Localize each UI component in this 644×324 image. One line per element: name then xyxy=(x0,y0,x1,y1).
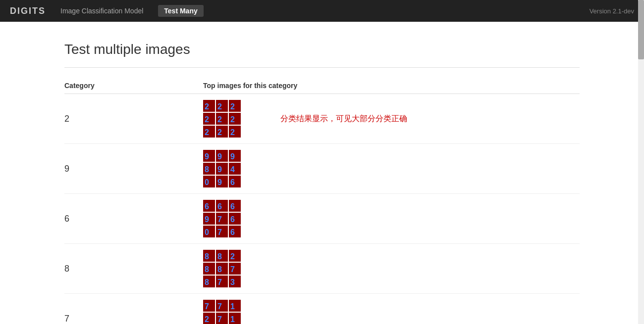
category-label: 6 xyxy=(64,194,203,244)
svg-text:2: 2 xyxy=(230,102,235,111)
digit-image: 7 xyxy=(229,263,241,275)
images-cell: 8 8 2 8 8 7 8 7 3 xyxy=(203,244,580,294)
digit-image: 7 xyxy=(216,300,228,312)
digit-image: 8 xyxy=(216,250,228,262)
digit-image: 8 xyxy=(203,276,215,287)
digit-image: 2 xyxy=(216,113,228,125)
svg-text:9: 9 xyxy=(217,152,222,161)
svg-text:9: 9 xyxy=(230,152,235,161)
svg-text:8: 8 xyxy=(205,265,209,274)
image-grid: 2 2 2 2 2 2 2 2 2 xyxy=(203,100,241,138)
digit-image: 6 xyxy=(216,200,228,212)
svg-text:7: 7 xyxy=(217,315,222,324)
navbar-version: Version 2.1-dev xyxy=(590,7,634,15)
category-label: 2 xyxy=(64,94,203,144)
table-row: 7 7 7 1 2 7 1 0 4 1 xyxy=(64,294,580,324)
digit-image: 7 xyxy=(216,276,228,287)
table-row: 8 8 8 2 8 8 7 8 7 3 xyxy=(64,244,580,294)
svg-text:8: 8 xyxy=(205,252,209,261)
digit-image: 8 xyxy=(216,263,228,275)
image-grid: 8 8 2 8 8 7 8 7 3 xyxy=(203,250,575,287)
svg-text:6: 6 xyxy=(205,202,209,211)
svg-text:9: 9 xyxy=(205,152,209,161)
svg-text:6: 6 xyxy=(230,228,235,236)
digit-image: 4 xyxy=(229,163,241,175)
digit-image: 8 xyxy=(203,263,215,275)
digit-image: 2 xyxy=(203,100,215,112)
digit-image: 2 xyxy=(203,313,215,324)
svg-text:6: 6 xyxy=(230,178,235,186)
navbar-left: DIGITS Image Classification Model Test M… xyxy=(10,5,204,17)
digit-image: 2 xyxy=(216,126,228,138)
digit-image: 9 xyxy=(203,150,215,162)
category-label: 8 xyxy=(64,244,203,294)
category-label: 9 xyxy=(64,144,203,194)
digit-image: 2 xyxy=(229,100,241,112)
digit-image: 9 xyxy=(229,150,241,162)
digit-image: 2 xyxy=(216,100,228,112)
svg-text:7: 7 xyxy=(205,302,209,311)
svg-text:7: 7 xyxy=(217,215,222,224)
digit-image: 3 xyxy=(229,276,241,287)
svg-text:7: 7 xyxy=(230,265,235,274)
svg-text:6: 6 xyxy=(217,202,222,211)
digit-image: 2 xyxy=(229,250,241,262)
digit-image: 1 xyxy=(229,300,241,312)
digit-image: 9 xyxy=(216,163,228,175)
svg-text:7: 7 xyxy=(217,228,222,236)
svg-text:1: 1 xyxy=(230,315,235,324)
digit-image: 2 xyxy=(229,126,241,138)
svg-text:6: 6 xyxy=(230,202,235,211)
digit-image: 6 xyxy=(229,176,241,187)
svg-text:2: 2 xyxy=(217,115,222,124)
svg-text:8: 8 xyxy=(205,278,209,286)
col-category-header: Category xyxy=(64,78,203,94)
digit-image: 6 xyxy=(229,213,241,225)
category-label: 7 xyxy=(64,294,203,324)
svg-text:9: 9 xyxy=(217,178,222,186)
table-row: 6 6 6 6 9 7 6 0 7 6 xyxy=(64,194,580,244)
digit-image: 7 xyxy=(216,213,228,225)
main-content: Test multiple images Category Top images… xyxy=(0,22,644,324)
svg-text:2: 2 xyxy=(217,128,222,137)
svg-text:7: 7 xyxy=(217,278,222,286)
image-grid: 9 9 9 8 9 4 0 9 6 xyxy=(203,150,575,187)
title-divider xyxy=(64,67,580,68)
digit-image: 1 xyxy=(229,313,241,324)
svg-text:9: 9 xyxy=(217,165,222,174)
images-cell: 9 9 9 8 9 4 0 9 6 xyxy=(203,144,580,194)
svg-text:1: 1 xyxy=(230,302,235,311)
svg-text:6: 6 xyxy=(230,215,235,224)
digit-image: 8 xyxy=(203,250,215,262)
col-images-header: Top images for this category xyxy=(203,78,580,94)
nav-active-tab[interactable]: Test Many xyxy=(158,5,203,17)
svg-text:4: 4 xyxy=(230,165,235,174)
brand-logo: DIGITS xyxy=(10,6,46,16)
digit-image: 2 xyxy=(203,113,215,125)
images-cell: 7 7 1 2 7 1 0 4 1 xyxy=(203,294,580,324)
digit-image: 7 xyxy=(216,226,228,237)
digit-image: 7 xyxy=(216,313,228,324)
digit-image: 6 xyxy=(229,226,241,237)
digit-image: 2 xyxy=(203,126,215,138)
digit-image: 6 xyxy=(229,200,241,212)
images-cell: 6 6 6 9 7 6 0 7 6 xyxy=(203,194,580,244)
svg-text:0: 0 xyxy=(205,228,209,236)
svg-text:2: 2 xyxy=(230,115,235,124)
digit-image: 6 xyxy=(203,200,215,212)
svg-text:8: 8 xyxy=(217,252,222,261)
svg-text:8: 8 xyxy=(217,265,222,274)
scrollbar[interactable] xyxy=(638,0,644,324)
digit-image: 0 xyxy=(203,176,215,187)
svg-text:7: 7 xyxy=(217,302,222,311)
navbar: DIGITS Image Classification Model Test M… xyxy=(0,0,644,22)
digit-image: 9 xyxy=(216,150,228,162)
svg-text:2: 2 xyxy=(205,102,209,111)
digit-image: 0 xyxy=(203,226,215,237)
scroll-thumb[interactable] xyxy=(638,0,644,59)
svg-text:2: 2 xyxy=(205,115,209,124)
svg-text:2: 2 xyxy=(205,315,209,324)
image-grid: 7 7 1 2 7 1 0 4 1 xyxy=(203,300,575,324)
digit-image: 9 xyxy=(216,176,228,187)
nav-model-link[interactable]: Image Classification Model xyxy=(60,7,143,15)
